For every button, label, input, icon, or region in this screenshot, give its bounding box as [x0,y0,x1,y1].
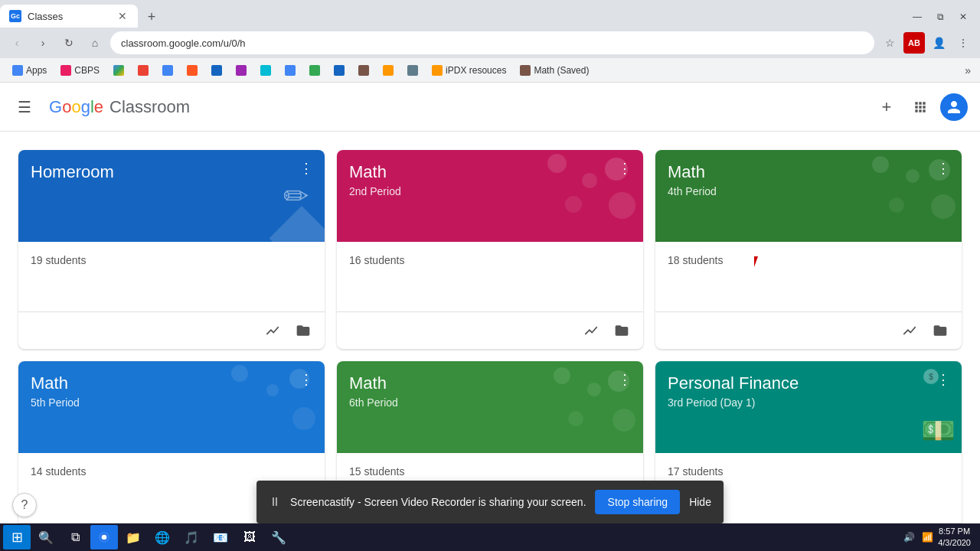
class-card-footer [337,311,643,349]
folder-icon[interactable] [928,318,952,343]
active-tab[interactable]: Gc Classes ✕ [0,5,138,28]
bookmark-6[interactable] [254,64,277,77]
money-illustration: 💵 [921,415,956,447]
grades-icon[interactable] [579,318,603,343]
favicon [211,65,222,76]
bookmarks-bar: Apps CBPS iPDX resouces Math (Saved) » [0,58,980,83]
class-menu-button[interactable]: ⋮ [931,156,956,181]
classroom-wordmark: Classroom [109,97,190,117]
class-title: Personal Finance [668,373,949,393]
bookmark-8[interactable] [303,64,326,77]
new-tab-button[interactable]: + [141,6,162,28]
tab-favicon: Gc [9,10,21,22]
chrome-taskbar-icon[interactable] [90,525,118,549]
class-menu-button[interactable]: ⋮ [612,156,637,181]
bookmark-10[interactable] [352,64,375,77]
taskview-icon[interactable]: ⧉ [61,525,89,549]
class-period: 3rd Period (Day 1) [668,396,949,409]
favicon [520,65,531,76]
grades-icon[interactable] [260,318,285,343]
class-card-header: Math 2nd Period ⋮ [337,150,643,242]
bookmark-favicon [60,65,71,76]
hamburger-menu[interactable]: ☰ [12,95,37,119]
class-title: Math [349,162,631,182]
tray-icon-2[interactable]: 📶 [920,530,935,545]
folder-icon[interactable] [609,318,634,343]
app-taskbar-icon-4[interactable]: 🔧 [265,525,292,549]
bookmarks-more-button[interactable]: » [962,61,974,80]
home-button[interactable]: ⌂ [84,32,106,54]
adblock-icon[interactable]: AB [903,32,925,54]
coin-illustration: $ [923,369,939,384]
svg-point-0 [102,535,107,540]
forward-button[interactable]: › [32,32,54,54]
address-input[interactable] [110,31,874,54]
bookmark-math-saved[interactable]: Math (Saved) [514,64,595,77]
app-logo: Google Classroom [49,97,190,117]
user-avatar[interactable] [940,93,968,121]
close-button[interactable]: ✕ [952,6,974,28]
start-button[interactable]: ⊞ [3,525,31,549]
bookmark-9[interactable] [328,64,351,77]
bookmark-apps[interactable]: Apps [6,64,53,77]
class-card-header: Homeroom ⋮ ✏ [18,150,325,242]
apps-grid-button[interactable] [906,93,934,121]
favicon [383,65,394,76]
tray-icon-1[interactable]: 🔊 [901,530,916,545]
class-students: 16 students [349,254,631,266]
bookmark-cbps[interactable]: CBPS [54,64,106,77]
browser-chrome: Gc Classes ✕ + — ⧉ ✕ ‹ › ↻ ⌂ ☆ AB 👤 ⋮ Ap… [0,0,980,83]
class-title: Homeroom [31,162,312,182]
profile-icon[interactable]: 👤 [928,32,949,54]
bookmark-4[interactable] [205,64,228,77]
bookmark-star-icon[interactable]: ☆ [879,32,900,54]
system-clock[interactable]: 8:57 PM 4/3/2020 [938,526,971,549]
favicon [236,65,247,76]
refresh-button[interactable]: ↻ [58,32,80,54]
class-title: Math [31,373,312,393]
app-taskbar-icon-3[interactable]: 🖼 [236,525,263,549]
class-card-homeroom[interactable]: Homeroom ⋮ ✏ 19 students [18,150,325,349]
class-card-header: Math 6th Period ⋮ [337,361,643,453]
restore-button[interactable]: ⧉ [929,6,951,28]
bookmark-7[interactable] [279,64,302,77]
class-card-body: 18 students [655,242,962,311]
bookmark-5[interactable] [230,64,253,77]
class-menu-button[interactable]: ⋮ [294,156,318,181]
class-card-math-2nd[interactable]: Math 2nd Period ⋮ 16 students [337,150,643,349]
add-class-button[interactable]: + [873,93,900,121]
class-menu-button[interactable]: ⋮ [612,367,637,392]
bookmark-google-drive[interactable] [107,64,130,77]
tab-close-button[interactable]: ✕ [116,10,129,22]
minimize-button[interactable]: — [906,6,928,28]
bookmark-ipx[interactable]: iPDX resouces [426,64,512,77]
app-taskbar-icon-1[interactable]: 🎵 [178,525,205,549]
favicon [285,65,296,76]
bookmark-11[interactable] [377,64,400,77]
google-wordmark: Google [49,97,103,117]
class-card-math-4th[interactable]: Math 4th Period ⋮ 18 students [655,150,962,349]
app-taskbar-icon-2[interactable]: 📧 [207,525,234,549]
class-card-body: 19 students [18,242,325,311]
screen-share-notification: ⏸ Screencastify - Screen Video Recorder … [256,481,724,523]
edge-taskbar-icon[interactable]: 🌐 [149,525,176,549]
favicon [407,65,418,76]
explorer-taskbar-icon[interactable]: 📁 [119,525,147,549]
grades-icon[interactable] [897,318,922,343]
hide-notification-button[interactable]: Hide [689,496,711,508]
favicon [358,65,369,76]
class-menu-button[interactable]: ⋮ [294,367,318,392]
app-header: ☰ Google Classroom + [0,83,980,132]
bookmark-2[interactable] [156,64,179,77]
bookmark-3[interactable] [181,64,204,77]
bookmark-12[interactable] [401,64,424,77]
stop-sharing-button[interactable]: Stop sharing [596,490,681,514]
search-taskbar-icon[interactable]: 🔍 [32,525,60,549]
help-button[interactable]: ? [12,493,37,517]
menu-icon[interactable]: ⋮ [952,32,974,54]
back-button[interactable]: ‹ [6,32,28,54]
folder-icon[interactable] [291,318,315,343]
class-period: 4th Period [668,185,949,197]
class-title: Math [668,162,949,182]
bookmark-1[interactable] [132,64,155,77]
